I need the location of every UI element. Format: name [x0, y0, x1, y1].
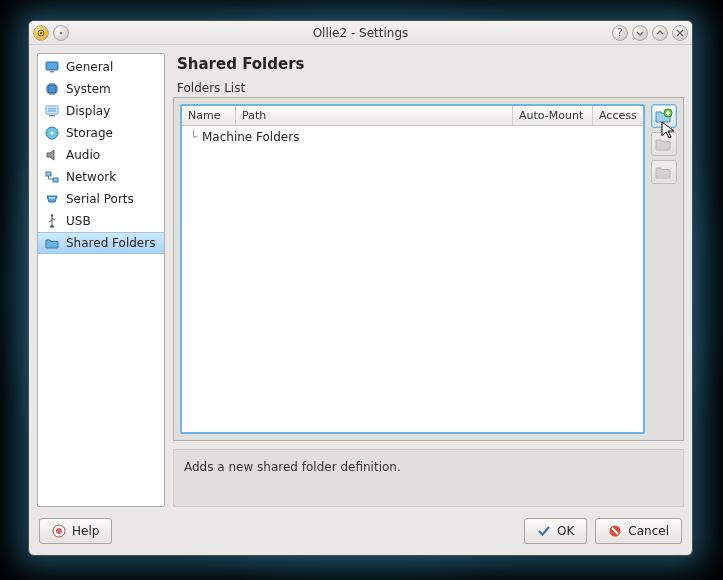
tree-row-label: Machine Folders: [202, 130, 299, 144]
help-icon: [52, 524, 66, 538]
svg-rect-12: [53, 178, 58, 182]
sidebar-item-label: General: [66, 60, 113, 74]
tree-root-machine-folders[interactable]: └ Machine Folders: [182, 128, 643, 146]
folders-list-label: Folders List: [173, 81, 684, 97]
svg-point-15: [53, 197, 55, 199]
button-label: OK: [557, 524, 574, 538]
svg-point-14: [51, 197, 53, 199]
svg-rect-8: [49, 115, 55, 117]
cancel-button[interactable]: Cancel: [595, 518, 682, 544]
sidebar-item-label: Storage: [66, 126, 113, 140]
folder-icon: [44, 235, 60, 251]
remove-shared-folder-button: [651, 160, 677, 184]
column-auto-mount[interactable]: Auto-Mount: [513, 106, 593, 125]
tree-branch-icon: └: [190, 130, 202, 144]
sidebar-item-storage[interactable]: Storage: [38, 122, 164, 144]
speaker-icon: [44, 147, 60, 163]
serial-icon: [44, 191, 60, 207]
column-path[interactable]: Path: [236, 106, 513, 125]
sidebar-item-shared-folders[interactable]: Shared Folders: [38, 232, 164, 254]
titlebar: Ollie2 - Settings ?: [29, 21, 692, 45]
svg-rect-11: [46, 172, 51, 176]
hint-text: Adds a new shared folder definition.: [184, 460, 401, 474]
network-icon: [44, 169, 60, 185]
button-label: Cancel: [628, 524, 669, 538]
main-panel: Shared Folders Folders List Name Path Au…: [173, 53, 684, 507]
hint-box: Adds a new shared folder definition.: [173, 449, 684, 507]
monitor-icon: [44, 59, 60, 75]
sidebar-item-system[interactable]: System: [38, 78, 164, 100]
column-name[interactable]: Name: [182, 106, 236, 125]
display-icon: [44, 103, 60, 119]
ok-button[interactable]: OK: [524, 518, 587, 544]
chip-icon: [44, 81, 60, 97]
edit-shared-folder-button: [651, 132, 677, 156]
sidebar-item-label: USB: [66, 214, 91, 228]
cancel-icon: [608, 524, 622, 538]
folders-list-frame: Name Path Auto-Mount Access └ Machine Fo…: [173, 97, 684, 441]
settings-window: Ollie2 - Settings ? General System Displ…: [28, 20, 693, 556]
svg-point-10: [50, 131, 53, 134]
sidebar-item-label: Shared Folders: [66, 236, 155, 250]
sidebar-item-label: Network: [66, 170, 116, 184]
svg-rect-4: [50, 71, 54, 73]
svg-point-16: [51, 214, 53, 216]
sidebar-item-usb[interactable]: USB: [38, 210, 164, 232]
add-shared-folder-button[interactable]: [651, 104, 677, 128]
svg-rect-5: [48, 85, 56, 93]
sidebar-item-general[interactable]: General: [38, 56, 164, 78]
sidebar-item-serial-ports[interactable]: Serial Ports: [38, 188, 164, 210]
sidebar-item-audio[interactable]: Audio: [38, 144, 164, 166]
usb-icon: [44, 213, 60, 229]
svg-rect-7: [48, 108, 57, 113]
folders-tree[interactable]: Name Path Auto-Mount Access └ Machine Fo…: [180, 104, 645, 434]
dialog-button-row: Help OK Cancel: [29, 515, 692, 555]
sidebar-item-network[interactable]: Network: [38, 166, 164, 188]
sidebar-item-label: System: [66, 82, 111, 96]
button-label: Help: [72, 524, 99, 538]
sidebar-item-label: Display: [66, 104, 110, 118]
column-access[interactable]: Access: [593, 106, 643, 125]
folders-toolbar: [651, 104, 677, 434]
sidebar-item-display[interactable]: Display: [38, 100, 164, 122]
window-title: Ollie2 - Settings: [29, 26, 692, 40]
folders-tree-header: Name Path Auto-Mount Access: [182, 106, 643, 126]
settings-sidebar: General System Display Storage Audio Net…: [37, 53, 165, 507]
disc-icon: [44, 125, 60, 141]
help-button[interactable]: Help: [39, 518, 112, 544]
sidebar-item-label: Serial Ports: [66, 192, 134, 206]
check-icon: [537, 524, 551, 538]
svg-rect-3: [46, 62, 58, 70]
sidebar-item-label: Audio: [66, 148, 100, 162]
svg-point-13: [49, 197, 51, 199]
svg-point-19: [56, 528, 62, 534]
page-heading: Shared Folders: [173, 53, 684, 81]
